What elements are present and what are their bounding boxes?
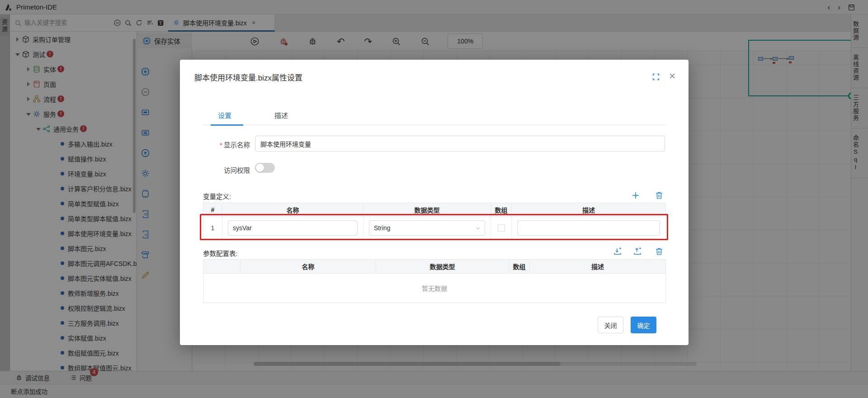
variables-table-header: #名称数据类型数组描述 [203,203,665,217]
display-name-input[interactable] [255,136,665,152]
array-checkbox[interactable] [498,224,505,232]
add-variable-icon[interactable] [631,191,640,200]
delete-params-icon[interactable] [655,247,664,256]
variables-section-label: 变量定义: [203,191,231,201]
variables-table-body: 1String [203,217,665,239]
delete-variable-icon[interactable] [655,191,664,200]
column-header [203,260,241,273]
access-label: 访问权限 [180,165,250,175]
close-icon[interactable]: × [669,70,675,82]
variable-row: 1String [203,217,665,239]
properties-modal: 脚本使用环境变量.bizx属性设置 × 设置 描述 *显示名称 访问权限 变量定… [180,60,689,345]
tab-settings[interactable]: 设置 [218,110,231,120]
variable-name-input[interactable] [228,220,358,236]
empty-data-text: 暂无数据 [203,274,665,303]
column-header: 描述 [530,260,665,273]
column-header: 数据类型 [363,203,491,217]
import-params-icon[interactable] [613,247,622,256]
variables-table: #名称数据类型数组描述 1String [203,203,666,239]
params-table: 名称数据类型数组描述 暂无数据 [203,259,666,303]
close-button[interactable]: 关闭 [598,317,623,333]
fullscreen-icon[interactable] [652,73,660,81]
toggle-knob [256,164,264,172]
data-type-select[interactable]: String [369,220,485,236]
column-header: # [203,203,222,217]
column-header: 数组 [509,260,530,273]
tab-divider [203,125,666,125]
export-params-icon[interactable] [633,247,642,256]
primeton-ide-window: Primeton-IDE ‹ › 资源 AI 脚本使用环境变量.bizx × [0,0,868,398]
required-mark: * [220,142,222,149]
ok-button[interactable]: 确定 [631,317,656,333]
column-header: 数组 [491,203,512,217]
column-header: 描述 [512,203,665,217]
column-header: 数据类型 [376,260,509,273]
variable-desc-input[interactable] [517,220,660,236]
column-header: 名称 [222,203,363,217]
access-toggle[interactable] [255,163,275,173]
column-header: 名称 [241,260,376,273]
chevron-down-icon [475,225,481,232]
params-section-label: 参数配置表: [203,248,238,258]
display-name-label: *显示名称 [180,140,250,149]
data-type-value: String [374,224,391,232]
modal-title: 脚本使用环境变量.bizx属性设置 [194,71,302,83]
row-index: 1 [203,217,222,239]
params-table-header: 名称数据类型数组描述 [203,260,665,274]
active-tab-indicator [211,124,243,126]
tab-description[interactable]: 描述 [274,110,288,120]
